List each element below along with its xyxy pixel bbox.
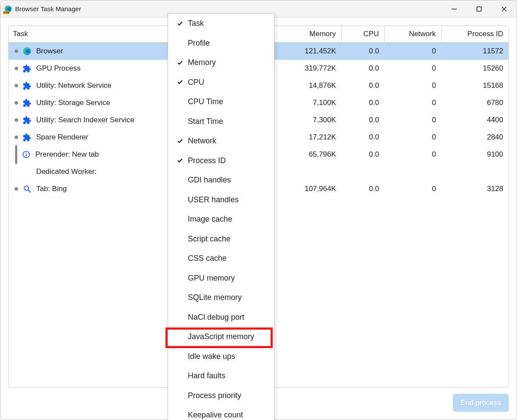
window-title: Browser Task Manager (15, 5, 81, 12)
info-icon (22, 150, 31, 159)
ctx-item-idle-wake-ups[interactable]: Idle wake ups (168, 347, 274, 367)
checkmark-icon (175, 138, 185, 145)
cell-cpu: 0.0 (341, 94, 384, 111)
ctx-item-cpu-time[interactable]: CPU Time (168, 92, 274, 112)
col-process-id[interactable]: Process ID (441, 26, 508, 42)
column-context-menu[interactable]: TaskProfileMemoryCPUCPU TimeStart TimeNe… (168, 13, 274, 420)
cell-network: 0 (384, 42, 441, 60)
ctx-item-label: Process ID (185, 156, 226, 165)
ctx-item-label: Memory (185, 58, 216, 67)
ctx-item-javascript-memory[interactable]: JavaScript memory (168, 327, 274, 347)
col-memory[interactable]: Memory (273, 26, 341, 42)
search-icon (22, 184, 32, 194)
cell-network: 0 (384, 129, 441, 146)
minimize-button[interactable] (442, 0, 467, 18)
ctx-item-label: Idle wake ups (185, 352, 235, 361)
task-manager-window: CAN Browser Task Manager (0, 0, 517, 420)
cell-memory: 14,876K (273, 77, 341, 94)
ctx-item-keepalive-count[interactable]: Keepalive count (168, 405, 274, 420)
cell-network: 0 (384, 180, 441, 198)
puzzle-icon (22, 115, 32, 125)
ctx-item-label: GPU memory (185, 274, 235, 283)
cell-memory: 17,212K (273, 129, 341, 146)
ctx-item-label: Task (185, 19, 204, 28)
ctx-item-nacl-debug-port[interactable]: NaCl debug port (168, 308, 274, 327)
ctx-item-cpu[interactable]: CPU (168, 73, 274, 93)
row-marker-icon (15, 136, 18, 139)
ctx-item-hard-faults[interactable]: Hard faults (168, 366, 274, 386)
ctx-item-label: Profile (185, 39, 210, 48)
maximize-icon (476, 6, 482, 12)
cell-cpu: 0.0 (341, 42, 384, 60)
svg-point-9 (26, 152, 27, 153)
ctx-item-process-id[interactable]: Process ID (168, 151, 274, 171)
end-process-button[interactable]: End process (453, 394, 509, 412)
col-cpu[interactable]: CPU (341, 26, 384, 42)
ctx-item-label: Script cache (185, 235, 230, 244)
close-icon (501, 6, 507, 12)
svg-rect-10 (26, 154, 27, 156)
cell-memory: 121,452K (273, 42, 341, 60)
cell-pid: 4400 (441, 111, 508, 129)
task-name: Tab: Bing (36, 185, 67, 193)
close-button[interactable] (492, 0, 517, 18)
ctx-item-label: GDI handles (185, 176, 231, 185)
ctx-item-css-cache[interactable]: CSS cache (168, 249, 274, 269)
ctx-item-memory[interactable]: Memory (168, 53, 274, 73)
cell-pid: 9100 (441, 146, 508, 163)
ctx-item-profile[interactable]: Profile (168, 34, 274, 53)
task-name: Utility: Network Service (36, 81, 112, 90)
cell-network: 0 (384, 94, 441, 111)
cell-memory (273, 163, 341, 180)
task-name: Browser (36, 47, 63, 56)
ctx-item-label: CSS cache (185, 254, 227, 263)
col-network[interactable]: Network (384, 26, 441, 42)
row-marker-icon (15, 187, 18, 191)
cell-cpu: 0.0 (341, 180, 384, 198)
minimize-icon (451, 6, 457, 12)
checkmark-icon (175, 59, 185, 66)
cell-cpu: 0.0 (341, 77, 384, 94)
ctx-item-network[interactable]: Network (168, 131, 274, 151)
ctx-item-gdi-handles[interactable]: GDI handles (168, 170, 274, 190)
row-marker-icon (15, 170, 18, 173)
checkmark-icon (175, 79, 185, 86)
cell-network: 0 (384, 77, 441, 94)
ctx-item-gpu-memory[interactable]: GPU memory (168, 269, 274, 288)
cell-network: 0 (384, 146, 441, 163)
maximize-button[interactable] (467, 0, 492, 18)
row-marker-icon (15, 118, 18, 122)
ctx-item-label: Hard faults (185, 371, 225, 380)
ctx-item-label: JavaScript memory (185, 332, 254, 341)
cell-pid: 11572 (441, 42, 508, 60)
app-icon: CAN (4, 5, 12, 13)
cell-network: 0 (384, 60, 441, 77)
cell-pid: 15260 (441, 60, 508, 77)
row-marker-icon (15, 101, 18, 105)
cell-pid (441, 163, 508, 180)
cell-memory: 7,300K (273, 111, 341, 129)
checkmark-icon (175, 20, 185, 27)
cell-pid: 15168 (441, 77, 508, 94)
cell-pid: 2840 (441, 129, 508, 146)
cell-memory: 107,964K (273, 180, 341, 198)
row-marker-icon (15, 67, 18, 70)
puzzle-icon (22, 133, 32, 142)
window-controls (442, 0, 517, 18)
task-name: Utility: Search Indexer Service (36, 116, 134, 124)
ctx-item-task[interactable]: Task (168, 14, 274, 34)
ctx-item-label: SQLite memory (185, 293, 242, 302)
svg-line-12 (28, 190, 31, 192)
ctx-item-label: CPU (185, 78, 204, 87)
ctx-item-script-cache[interactable]: Script cache (168, 229, 274, 249)
ctx-item-process-priority[interactable]: Process priority (168, 386, 274, 406)
svg-point-1 (7, 7, 11, 10)
cell-pid: 6780 (441, 94, 508, 111)
ctx-item-image-cache[interactable]: Image cache (168, 210, 274, 229)
ctx-item-sqlite-memory[interactable]: SQLite memory (168, 288, 274, 308)
ctx-item-start-time[interactable]: Start Time (168, 112, 274, 132)
row-marker-icon (15, 84, 18, 87)
cell-memory: 7,100K (273, 94, 341, 111)
ctx-item-user-handles[interactable]: USER handles (168, 190, 274, 210)
puzzle-icon (22, 98, 32, 108)
